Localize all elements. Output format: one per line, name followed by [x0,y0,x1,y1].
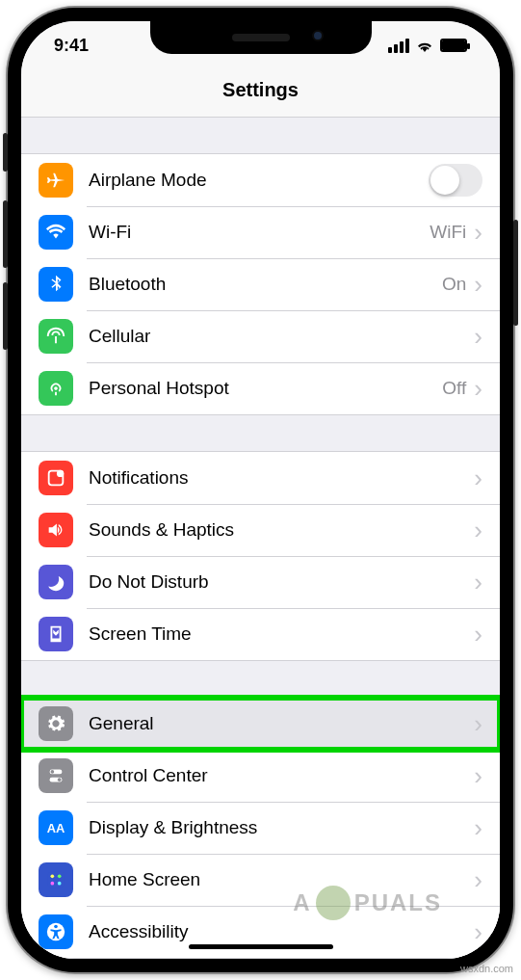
chevron-right-icon: › [474,569,482,595]
side-button [513,220,518,326]
group-spacer [21,118,500,154]
row-label: Do Not Disturb [89,571,474,593]
row-label: Accessibility [89,921,474,942]
airplane-toggle[interactable] [429,164,482,197]
row-wifi[interactable]: Wi-FiWiFi› [21,206,500,258]
svg-point-8 [51,875,55,879]
chevron-right-icon: › [474,376,482,401]
screen: 9:41 Settings Airplane ModeWi-FiWiFi›Blu… [21,21,500,959]
status-time: 9:41 [54,36,89,56]
row-label: Personal Hotspot [89,378,442,399]
svg-point-3 [51,770,55,774]
row-value: Off [442,378,466,399]
row-screentime[interactable]: Screen Time› [21,608,500,660]
chevron-right-icon: › [474,919,482,944]
chevron-right-icon: › [474,465,482,490]
settings-group: Airplane ModeWi-FiWiFi›BluetoothOn›Cellu… [21,154,500,415]
mute-switch [3,133,8,172]
source-note: wsxdn.com [460,963,513,974]
chevron-right-icon: › [474,517,482,543]
chevron-right-icon: › [474,272,482,297]
accessibility-icon [39,914,73,949]
airplane-icon [39,163,73,198]
group-spacer [21,415,500,452]
chevron-right-icon: › [474,867,482,892]
row-label: Wi-Fi [89,222,430,243]
general-icon [39,706,73,741]
display-icon: AA [39,810,73,845]
phone-frame: 9:41 Settings Airplane ModeWi-FiWiFi›Blu… [8,8,513,972]
row-notifications[interactable]: Notifications› [21,452,500,504]
svg-point-11 [58,882,62,886]
row-label: Display & Brightness [89,817,474,838]
volume-up-button [3,200,8,268]
row-label: Bluetooth [89,274,442,295]
chevron-right-icon: › [474,763,482,788]
wifi-icon [39,215,73,250]
row-cellular[interactable]: Cellular› [21,310,500,362]
cellular-icon [39,319,73,354]
row-control[interactable]: Control Center› [21,750,500,802]
svg-point-1 [57,470,64,477]
chevron-right-icon: › [474,711,482,736]
wifi-icon [415,39,434,52]
home-icon [39,862,73,897]
sounds-icon [39,513,73,547]
page-title: Settings [21,69,500,118]
row-display[interactable]: AADisplay & Brightness› [21,802,500,854]
chevron-right-icon: › [474,324,482,349]
hotspot-icon [39,371,73,406]
speaker-grille [232,34,290,41]
battery-icon [440,39,467,52]
row-label: Control Center [89,765,474,786]
row-value: On [442,274,466,295]
notch [150,21,372,54]
chevron-right-icon: › [474,220,482,245]
row-label: Cellular [89,326,474,347]
watermark: A PUALS [293,886,442,920]
volume-down-button [3,282,8,350]
group-spacer [21,661,500,698]
settings-list[interactable]: Airplane ModeWi-FiWiFi›BluetoothOn›Cellu… [21,118,500,959]
watermark-face-icon [316,886,351,920]
svg-point-9 [58,875,62,879]
svg-point-5 [58,778,62,781]
notifications-icon [39,461,73,495]
row-dnd[interactable]: Do Not Disturb› [21,556,500,608]
dnd-icon [39,565,73,599]
row-label: Notifications [89,467,474,489]
screentime-icon [39,617,73,651]
row-label: Screen Time [89,623,474,645]
row-value: WiFi [430,222,466,243]
svg-text:AA: AA [47,821,65,835]
row-label: Airplane Mode [89,170,429,191]
row-hotspot[interactable]: Personal HotspotOff› [21,362,500,414]
chevron-right-icon: › [474,622,482,647]
home-indicator[interactable] [189,944,333,949]
row-general[interactable]: General› [21,698,500,750]
front-camera [312,30,324,41]
row-label: Sounds & Haptics [89,519,474,541]
row-bluetooth[interactable]: BluetoothOn› [21,258,500,310]
row-sounds[interactable]: Sounds & Haptics› [21,504,500,556]
control-icon [39,758,73,793]
chevron-right-icon: › [474,815,482,840]
row-airplane[interactable]: Airplane Mode [21,154,500,206]
cellular-signal-icon [388,39,409,53]
row-label: General [89,713,474,734]
svg-point-10 [51,882,55,886]
settings-group: Notifications›Sounds & Haptics›Do Not Di… [21,452,500,661]
svg-point-13 [54,925,58,929]
bluetooth-icon [39,267,73,302]
svg-rect-7 [48,872,65,888]
